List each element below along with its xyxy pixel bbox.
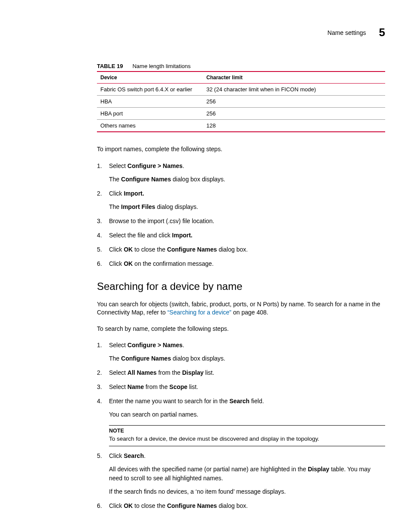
t: from the [157, 369, 182, 376]
t: Click [109, 246, 124, 253]
t: Configure Names [167, 246, 217, 253]
cell: Others names [97, 120, 203, 132]
t: Click [109, 260, 124, 267]
link-searching-device[interactable]: “Searching for a device” [167, 309, 231, 316]
t: Display [308, 466, 329, 473]
t: on the confirmation message. [133, 260, 214, 267]
t: Configure Names [121, 176, 171, 183]
table-row: HBA 256 [97, 96, 385, 108]
t: Click [109, 502, 124, 509]
cell: 32 (24 character limit when in FICON mod… [203, 84, 385, 96]
header-section-title: Name settings [327, 29, 366, 36]
t: Search [124, 452, 144, 459]
step-sub: All devices with the specified name (or … [109, 465, 385, 483]
table-row: Fabric OS switch port 6.4.X or earlier 3… [97, 84, 385, 96]
t: Select [109, 369, 128, 376]
cell: 256 [203, 108, 385, 120]
step: Browse to the import (.csv) file locatio… [97, 217, 385, 226]
search-para: You can search for objects (switch, fabr… [97, 300, 385, 317]
t: list. [187, 383, 198, 390]
t: OK [124, 260, 133, 267]
col-limit: Character limit [203, 72, 385, 84]
t: Configure Names [121, 355, 171, 362]
search-steps: Select Configure > Names. The Configure … [97, 341, 385, 510]
step-sub: You can search on partial names. [109, 410, 385, 419]
table-label: TABLE 19 [97, 63, 123, 69]
content: TABLE 19Name length limitations Device C… [97, 63, 385, 510]
step-text: . [183, 162, 184, 169]
t: Import. [172, 232, 192, 239]
step: Enter the name you want to search for in… [97, 397, 385, 446]
step: Click Search. All devices with the speci… [97, 451, 385, 496]
step: Click OK to close the Configure Names di… [97, 245, 385, 254]
t: Import. [124, 190, 144, 197]
step: Select Name from the Scope list. [97, 383, 385, 392]
t: field. [249, 398, 264, 404]
step: Select All Names from the Display list. [97, 368, 385, 377]
t: on page 408. [231, 309, 268, 316]
t: dialog displays. [155, 203, 198, 210]
t: The [109, 176, 121, 183]
t: Configure > Names [128, 342, 183, 348]
cell: 128 [203, 120, 385, 132]
t: Scope [169, 383, 187, 390]
t: All Names [128, 369, 157, 376]
step-sub: If the search finds no devices, a ‘no it… [109, 487, 385, 496]
t: OK [124, 246, 133, 253]
cell: HBA port [97, 108, 203, 120]
t: Select [109, 383, 128, 390]
t: Click [109, 452, 124, 459]
step: Click OK to close the Configure Names di… [97, 501, 385, 510]
t: to close the [133, 502, 167, 509]
t: All devices with the specified name (or … [109, 466, 308, 473]
note-body: To search for a device, the device must … [109, 436, 319, 442]
t: Name [128, 383, 144, 390]
t: Select the file and click [109, 232, 172, 239]
import-intro: To import names, complete the following … [97, 145, 385, 154]
t: list. [203, 369, 214, 376]
step: Select the file and click Import. [97, 231, 385, 240]
section-heading-search: Searching for a device by name [97, 280, 385, 292]
cell: HBA [97, 96, 203, 108]
note-label: NOTE [109, 427, 385, 435]
cell: Fabric OS switch port 6.4.X or earlier [97, 84, 203, 96]
t: Import Files [121, 203, 155, 210]
col-device: Device [97, 72, 203, 84]
step-text: Select [109, 162, 128, 169]
t: The [109, 203, 121, 210]
t: from the [144, 383, 169, 390]
t: . [144, 452, 146, 459]
page: Name settings 5 TABLE 19Name length limi… [0, 0, 411, 532]
t: Configure Names [167, 502, 217, 509]
t: dialog box displays. [171, 355, 225, 362]
t: dialog box. [217, 246, 248, 253]
note-box: NOTE To search for a device, the device … [109, 425, 385, 446]
import-steps: Select Configure > Names. The Configure … [97, 162, 385, 268]
t: Search [229, 398, 249, 404]
step-sub: The Configure Names dialog box displays. [109, 354, 385, 363]
step: Click OK on the confirmation message. [97, 259, 385, 268]
t: Click [109, 190, 124, 197]
header-chapter-number: 5 [379, 26, 385, 39]
table-row: HBA port 256 [97, 108, 385, 120]
t: Browse to the import (.csv) file locatio… [109, 218, 214, 224]
step-sub: The Import Files dialog displays. [109, 202, 385, 212]
t: The [109, 355, 121, 362]
t: . [183, 342, 184, 348]
table-title: Name length limitations [132, 63, 190, 69]
t: dialog box displays. [171, 176, 225, 183]
table-header-row: Device Character limit [97, 72, 385, 84]
page-header: Name settings 5 [26, 26, 385, 39]
table-row: Others names 128 [97, 120, 385, 132]
step-sub: The Configure Names dialog box displays. [109, 175, 385, 184]
t: Select [109, 342, 128, 348]
t: OK [124, 502, 133, 509]
t: dialog box. [217, 502, 248, 509]
t: to close the [133, 246, 167, 253]
cell: 256 [203, 96, 385, 108]
name-length-table: Device Character limit Fabric OS switch … [97, 71, 385, 132]
step: Click Import. The Import Files dialog di… [97, 189, 385, 212]
step: Select Configure > Names. The Configure … [97, 162, 385, 184]
step: Select Configure > Names. The Configure … [97, 341, 385, 363]
t: Display [182, 369, 204, 376]
